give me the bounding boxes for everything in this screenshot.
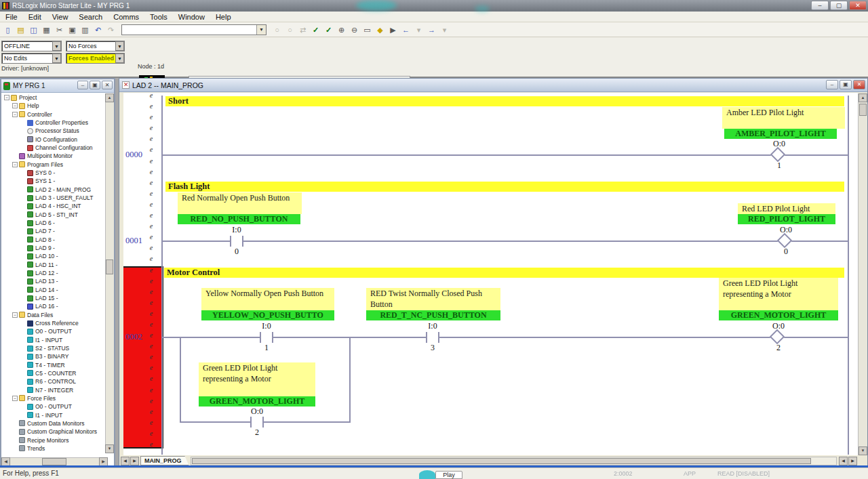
tree-item[interactable]: LAD 14 -: [3, 286, 106, 294]
tree-item[interactable]: SYS 0 -: [3, 169, 106, 177]
tab-prev-button[interactable]: ◀: [121, 457, 130, 465]
tree-item[interactable]: LAD 16 -: [3, 302, 106, 310]
ladder-vertical-scrollbar[interactable]: ▲ ▼: [858, 93, 867, 455]
tree-item[interactable]: LAD 11 -: [3, 261, 106, 269]
tree-item[interactable]: − Project: [3, 93, 106, 102]
instruction-tag[interactable]: YELLOW_NO_PUSH_BUTTO: [201, 310, 334, 320]
find-next-button[interactable]: ○: [283, 24, 296, 36]
scroll-up-button[interactable]: ▲: [105, 93, 114, 102]
instruction-tag[interactable]: RED_PILOT_LIGHT: [738, 214, 835, 224]
tree-item[interactable]: Channel Configuration: [3, 144, 106, 152]
tree-item[interactable]: − Program Files: [3, 161, 106, 169]
tree-item[interactable]: − Data Files: [3, 311, 106, 319]
tree-item[interactable]: LAD 13 -: [3, 277, 106, 285]
tree-item[interactable]: SYS 1 -: [3, 177, 106, 185]
copy-button[interactable]: ▣: [66, 24, 79, 36]
scroll-down-button[interactable]: ▼: [105, 444, 114, 453]
instruction-tag[interactable]: RED_T_NC_PUSH_BUTTON: [366, 310, 500, 320]
tree-item[interactable]: T4 - TIMER: [3, 361, 106, 369]
rung-number[interactable]: 0000: [125, 150, 149, 160]
tree-item[interactable]: Custom Graphical Monitors: [3, 428, 106, 436]
chevron-down-icon[interactable]: ▼: [52, 54, 61, 63]
tree-item[interactable]: I1 - INPUT: [3, 336, 106, 344]
instruction-description[interactable]: Yellow Normally Open Push Button: [201, 288, 334, 310]
find-button[interactable]: ○: [271, 24, 283, 36]
instruction-description[interactable]: Red Normally Open Push Button: [178, 192, 302, 214]
rung-number[interactable]: 0002: [125, 332, 149, 342]
menu-item[interactable]: Help: [210, 13, 237, 21]
tree-item[interactable]: Trends: [3, 444, 106, 453]
tree-item[interactable]: − Force Files: [3, 394, 106, 402]
nav-forward-menu-button[interactable]: ▾: [438, 24, 451, 36]
scrollbar-thumb[interactable]: [192, 458, 811, 464]
instruction-tag[interactable]: RED_NO_PUSH_BUTTON: [178, 214, 300, 224]
cut-button[interactable]: ✂: [53, 24, 66, 36]
no-contact-symbol[interactable]: [250, 417, 264, 428]
undo-button[interactable]: ↶: [92, 24, 104, 36]
replace-button[interactable]: ⇄: [296, 24, 309, 36]
tree-expand-toggle[interactable]: −: [12, 103, 18, 108]
run-next-button[interactable]: ▶: [387, 24, 399, 36]
close-button[interactable]: ✕: [102, 81, 113, 89]
scrollbar-thumb[interactable]: [42, 458, 66, 465]
tree-vertical-scrollbar[interactable]: ▲ ▼: [105, 93, 114, 453]
save-button[interactable]: ◫: [27, 24, 40, 36]
tree-item[interactable]: O0 - OUTPUT: [3, 327, 106, 335]
chevron-down-icon[interactable]: ▼: [115, 54, 124, 63]
nc-contact-symbol[interactable]: [426, 332, 439, 343]
tree-expand-toggle[interactable]: −: [12, 112, 18, 117]
tab-next-button[interactable]: ▶: [130, 457, 139, 465]
nav-back-button[interactable]: ←: [399, 24, 412, 36]
chevron-down-icon[interactable]: ▼: [52, 41, 61, 51]
menu-item[interactable]: View: [47, 13, 74, 21]
tree-item[interactable]: LAD 7 -: [3, 227, 106, 235]
no-contact-symbol[interactable]: [230, 236, 243, 247]
forces-enabled-dropdown[interactable]: Forces Enabled ▼: [66, 53, 125, 64]
tree-item[interactable]: LAD 2 - MAIN_PROG: [3, 186, 106, 194]
tree-item[interactable]: Cross Reference: [3, 319, 106, 327]
minimize-button[interactable]: –: [811, 1, 829, 10]
tree-expand-toggle[interactable]: −: [4, 95, 9, 100]
scroll-up-button[interactable]: ▲: [859, 93, 867, 102]
program-tab[interactable]: MAIN_PROG: [140, 456, 189, 465]
scroll-left-button[interactable]: ◀: [839, 457, 848, 465]
tree-item[interactable]: LAD 3 - USER_FAULT: [3, 194, 106, 202]
close-button[interactable]: ✕: [853, 80, 865, 89]
chevron-down-icon[interactable]: ▼: [115, 41, 124, 51]
tree-item[interactable]: LAD 8 -: [3, 236, 106, 244]
tree-item[interactable]: Custom Data Monitors: [3, 419, 106, 428]
minimize-button[interactable]: –: [77, 81, 88, 89]
tree-item[interactable]: − Controller: [3, 110, 106, 119]
zoom-out-button[interactable]: ⊖: [348, 24, 361, 36]
rung-comment[interactable]: Flash Light: [165, 182, 844, 192]
instruction-description[interactable]: Green LED Pilot Light representing a Mot…: [719, 278, 838, 310]
paste-button[interactable]: ▥: [79, 24, 92, 36]
search-combobox[interactable]: ▼: [121, 24, 267, 35]
tree-item[interactable]: S2 - STATUS: [3, 344, 106, 352]
close-button[interactable]: ✕: [849, 1, 867, 10]
instruction-description[interactable]: Amber LED Pilot Light: [722, 107, 845, 129]
restore-button[interactable]: ▣: [840, 80, 852, 89]
rung-comment[interactable]: Motor Control: [164, 268, 844, 278]
tree-item[interactable]: Controller Properties: [3, 119, 106, 127]
verify-file-button[interactable]: ✓: [309, 24, 322, 36]
instruction-tag[interactable]: GREEN_MOTOR_LIGHT: [719, 310, 838, 320]
scroll-right-button[interactable]: ▶: [848, 457, 857, 465]
tree-item[interactable]: LAD 4 - HSC_INT: [3, 202, 106, 210]
tree-item[interactable]: IO Configuration: [3, 136, 106, 144]
tree-item[interactable]: N7 - INTEGER: [3, 386, 106, 394]
tree-item[interactable]: Multipoint Monitor: [3, 152, 106, 160]
tree-item[interactable]: LAD 10 -: [3, 252, 106, 260]
zoom-in-button[interactable]: ⊕: [335, 24, 348, 36]
edits-dropdown[interactable]: No Edits ▼: [1, 53, 62, 64]
nav-back-menu-button[interactable]: ▾: [412, 24, 425, 36]
tree-item[interactable]: LAD 9 -: [3, 244, 106, 252]
video-play-button[interactable]: Play: [435, 471, 462, 479]
tree-item[interactable]: R6 - CONTROL: [3, 377, 106, 386]
instruction-tag[interactable]: AMBER_PILOT_LIGHT: [724, 129, 837, 139]
tree-expand-toggle[interactable]: −: [12, 162, 18, 167]
tree-item[interactable]: C5 - COUNTER: [3, 369, 106, 377]
scroll-down-button[interactable]: ▼: [859, 446, 867, 455]
forces-dropdown[interactable]: No Forces ▼: [66, 41, 125, 51]
tree-item[interactable]: Recipe Monitors: [3, 436, 106, 444]
